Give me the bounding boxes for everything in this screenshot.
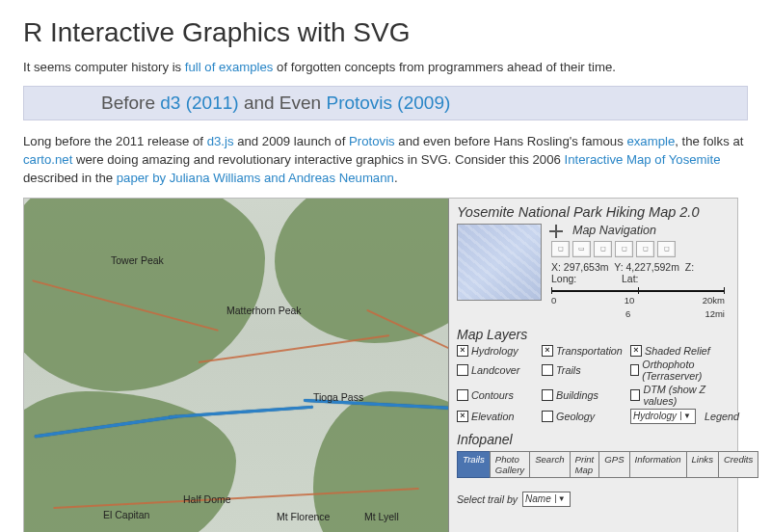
select-trail-dropdown[interactable]: Name▼ xyxy=(522,492,571,507)
nav-button[interactable]: ▭ xyxy=(572,241,591,257)
layer-checkbox[interactable]: Orthophoto (Terraserver) xyxy=(630,359,727,382)
checkbox-icon xyxy=(630,345,642,357)
layer-label: Contours xyxy=(471,389,514,401)
text: and Even xyxy=(239,93,327,113)
text: were doing amazing and revolutionary int… xyxy=(72,152,564,167)
layer-label: Transportation xyxy=(556,345,623,357)
text: It seems computer history is xyxy=(23,60,185,74)
map-canvas[interactable]: Tower Peak Matterhorn Peak Tioga Pass Ha… xyxy=(24,199,448,532)
map-label-el-capitan: El Capitan xyxy=(103,509,149,520)
panel-title: Yosemite National Park Hiking Map 2.0 xyxy=(457,204,730,220)
checkbox-icon xyxy=(630,364,639,376)
subheading-banner: Before d3 (2011) and Even Protovis (2009… xyxy=(23,86,748,120)
text: and 2009 launch of xyxy=(234,134,350,148)
nav-button[interactable]: ◻ xyxy=(636,241,654,257)
tab-trails[interactable]: Trails xyxy=(457,451,491,478)
page-title: R Interactive Graphics with SVG xyxy=(23,17,748,48)
layers-title: Map Layers xyxy=(457,327,730,342)
layer-checkbox[interactable]: Hydrology xyxy=(457,345,542,357)
protovis-link[interactable]: Protovis (2009) xyxy=(326,93,450,113)
layer-checkbox[interactable]: Elevation xyxy=(457,409,542,424)
map-label-mt-florence: Mt Florence xyxy=(277,511,330,522)
tab-credits[interactable]: Credits xyxy=(718,451,758,478)
legend-control[interactable]: Hydrology▼ Legend xyxy=(630,409,727,424)
layer-label: DTM (show Z values) xyxy=(643,384,727,407)
text: . xyxy=(394,171,398,185)
examples-link[interactable]: full of examples xyxy=(185,60,274,74)
map-label-matterhorn: Matterhorn Peak xyxy=(226,305,302,316)
layer-label: Geology xyxy=(556,411,595,422)
layer-label: Buildings xyxy=(556,389,598,401)
checkbox-icon xyxy=(542,345,553,357)
layer-label: Hydrology xyxy=(471,345,518,357)
text: of forgotten concepts from programmers a… xyxy=(273,60,616,74)
tab-search[interactable]: Search xyxy=(529,451,570,478)
d3-link[interactable]: d3 (2011) xyxy=(160,93,238,113)
checkbox-icon xyxy=(542,389,553,401)
map-label-tower-peak: Tower Peak xyxy=(111,254,164,266)
tab-links[interactable]: Links xyxy=(686,451,719,478)
checkbox-icon xyxy=(457,389,468,401)
map-control-panel: Yosemite National Park Hiking Map 2.0 Ma… xyxy=(448,199,737,532)
layer-checkbox[interactable]: DTM (show Z values) xyxy=(630,384,727,407)
layer-label: Elevation xyxy=(471,411,514,422)
nav-button[interactable]: ◻ xyxy=(551,241,570,257)
checkbox-icon xyxy=(630,389,640,401)
tab-information[interactable]: Information xyxy=(629,451,687,478)
yosemite-map-link[interactable]: Interactive Map of Yosemite xyxy=(565,152,721,167)
checkbox-icon xyxy=(457,345,468,357)
nav-title: Map Navigation xyxy=(572,224,656,237)
layer-checkbox[interactable]: Shaded Relief xyxy=(630,345,727,357)
text: Long before the 2011 release of xyxy=(23,134,207,148)
yosemite-map-figure: Tower Peak Matterhorn Peak Tioga Pass Ha… xyxy=(23,198,738,532)
nav-button[interactable]: ◻ xyxy=(657,241,676,257)
text: , the folks at xyxy=(675,134,743,148)
layer-checkbox[interactable]: Buildings xyxy=(542,384,630,407)
checkbox-icon xyxy=(542,411,553,422)
checkbox-icon xyxy=(542,364,553,376)
nav-button[interactable]: ◻ xyxy=(615,241,633,257)
scale-bar: 01020km 612mi xyxy=(551,290,730,319)
overview-thumbnail[interactable] xyxy=(457,224,542,301)
layer-label: Orthophoto (Terraserver) xyxy=(642,359,727,382)
coordinates-readout: X: 297,653m Y: 4,227,592m Z: Long: Lat: xyxy=(551,261,730,284)
recenter-icon[interactable] xyxy=(549,225,564,239)
layer-checkbox[interactable]: Landcover xyxy=(457,359,542,382)
text: Before xyxy=(101,93,160,113)
checkbox-icon xyxy=(457,364,468,376)
map-label-tioga: Tioga Pass xyxy=(313,391,363,403)
layer-checkbox[interactable]: Contours xyxy=(457,384,542,407)
checkbox-icon xyxy=(457,411,468,422)
protovis-link[interactable]: Protovis xyxy=(349,134,395,148)
layer-checkbox[interactable]: Geology xyxy=(542,409,630,424)
nav-button[interactable]: ◻ xyxy=(594,241,612,257)
tab-photo-gallery[interactable]: Photo Gallery xyxy=(490,451,530,478)
map-label-mt-lyell: Mt Lyell xyxy=(364,511,399,522)
cartonet-link[interactable]: carto.net xyxy=(23,152,72,167)
text: and even before Hans Rosling's famous xyxy=(395,134,627,148)
text: described in the xyxy=(23,171,117,185)
d3js-link[interactable]: d3.js xyxy=(207,134,234,148)
rosling-example-link[interactable]: example xyxy=(626,134,675,148)
layer-label: Shaded Relief xyxy=(645,345,710,357)
tab-gps[interactable]: GPS xyxy=(598,451,629,478)
legend-dropdown[interactable]: Hydrology▼ xyxy=(630,409,696,424)
map-label-half-dome: Half Dome xyxy=(183,493,231,505)
layer-checkbox[interactable]: Trails xyxy=(542,359,630,382)
layer-label: Trails xyxy=(556,364,581,376)
tab-print-map[interactable]: Print Map xyxy=(570,451,600,478)
paper-link[interactable]: paper by Juliana Williams and Andreas Ne… xyxy=(117,171,394,185)
history-paragraph: Long before the 2011 release of d3.js an… xyxy=(23,132,748,187)
intro-paragraph: It seems computer history is full of exa… xyxy=(23,58,748,76)
layer-label: Landcover xyxy=(471,364,519,376)
layer-checkbox[interactable]: Transportation xyxy=(542,345,630,357)
infopanel-title: Infopanel xyxy=(457,432,730,447)
legend-label: Legend xyxy=(705,411,739,422)
select-trail-label: Select trail by xyxy=(457,493,518,505)
